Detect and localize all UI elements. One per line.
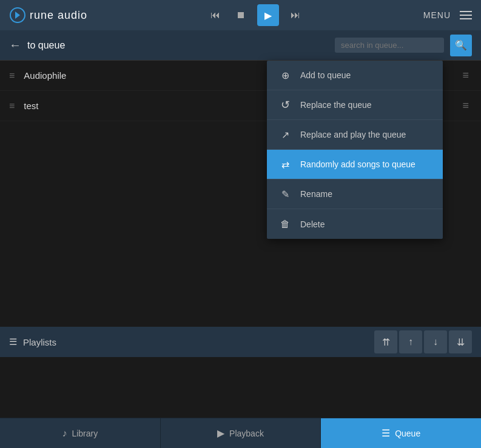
tab-library-label: Library (72, 429, 98, 438)
scroll-controls: ⇈ ↑ ↓ ⇊ (374, 330, 472, 353)
ctx-replace-queue[interactable]: ↺ Replace the queue (267, 90, 443, 120)
next-button[interactable]: ⏭ (286, 6, 304, 24)
playback-icon: ▶ (217, 427, 224, 439)
top-navigation: rune audio ⏮ ⏹ ▶ ⏭ MENU (0, 0, 481, 30)
ctx-replace-play-queue[interactable]: ↗ Replace and play the queue (267, 120, 443, 150)
replace-icon: ↺ (279, 98, 291, 112)
back-button[interactable]: ← (9, 38, 21, 52)
ctx-randomly-add[interactable]: ⇄ Randomly add songs to queue (267, 150, 443, 179)
ctx-label: Replace and play the queue (300, 130, 406, 139)
rename-icon: ✎ (279, 189, 291, 200)
playlists-text: Playlists (23, 337, 56, 347)
search-input[interactable] (341, 41, 438, 50)
delete-icon: 🗑 (279, 219, 291, 230)
ctx-label: Rename (300, 189, 332, 199)
menu-label: MENU (423, 10, 451, 20)
ctx-label: Delete (300, 219, 325, 229)
list-icon: ≡ (9, 101, 15, 112)
page-title: to queue (27, 40, 329, 51)
tab-queue-label: Queue (395, 429, 420, 438)
playlists-label: ☰ Playlists (9, 336, 56, 347)
nav-right: MENU (423, 10, 472, 20)
prev-button[interactable]: ⏮ (206, 6, 224, 24)
library-icon: ♪ (62, 428, 67, 439)
ctx-label: Add to queue (300, 70, 351, 80)
tab-library[interactable]: ♪ Library (0, 418, 161, 448)
logo: rune audio (9, 7, 87, 24)
ctx-rename[interactable]: ✎ Rename (267, 179, 443, 209)
bottom-tab-bar: ♪ Library ▶ Playback ☰ Queue (0, 418, 481, 448)
search-bar: ← to queue 🔍 (0, 30, 481, 61)
replace-play-icon: ↗ (279, 129, 291, 141)
tab-playback[interactable]: ▶ Playback (161, 418, 321, 448)
ctx-delete[interactable]: 🗑 Delete (267, 209, 443, 239)
search-wrapper (335, 38, 444, 53)
hamburger-menu[interactable] (460, 11, 472, 19)
list-icon: ≡ (9, 70, 15, 81)
stop-button[interactable]: ⏹ (232, 6, 250, 24)
item-menu-button[interactable]: ≡ (459, 66, 472, 85)
logo-text: rune audio (30, 9, 87, 22)
playlists-icon: ☰ (9, 336, 17, 347)
item-menu-button[interactable]: ≡ (459, 96, 472, 115)
rune-logo-icon (9, 7, 26, 24)
main-content: ≡ Audiophile ≡ ≡ test ≡ ⊕ Add to queue ↺… (0, 61, 481, 387)
tab-playback-label: Playback (229, 429, 264, 438)
ctx-label: Randomly add songs to queue (300, 159, 415, 169)
scroll-up-button[interactable]: ↑ (399, 330, 422, 353)
scroll-down-button[interactable]: ↓ (424, 330, 447, 353)
scroll-bottom-button[interactable]: ⇊ (449, 330, 472, 353)
queue-icon: ☰ (382, 427, 390, 439)
scroll-top-button[interactable]: ⇈ (374, 330, 397, 353)
search-button[interactable]: 🔍 (450, 35, 472, 56)
play-button[interactable]: ▶ (257, 4, 279, 26)
context-menu: ⊕ Add to queue ↺ Replace the queue ↗ Rep… (267, 61, 443, 239)
tab-queue[interactable]: ☰ Queue (321, 418, 481, 448)
add-icon: ⊕ (279, 70, 291, 81)
shuffle-icon: ⇄ (279, 159, 291, 170)
ctx-label: Replace the queue (300, 100, 372, 110)
ctx-add-to-queue[interactable]: ⊕ Add to queue (267, 61, 443, 90)
playlists-footer: ☰ Playlists ⇈ ↑ ↓ ⇊ (0, 327, 481, 357)
playback-controls: ⏮ ⏹ ▶ ⏭ (206, 4, 304, 26)
